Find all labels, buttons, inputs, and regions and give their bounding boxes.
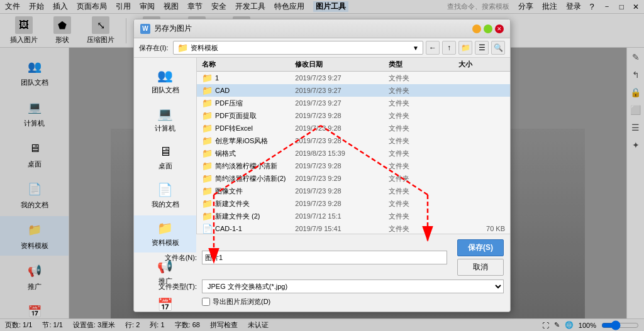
- file-icon: 📁: [202, 161, 213, 171]
- dialog-minimize-btn[interactable]: [472, 24, 481, 33]
- dialog-nav-desktop[interactable]: 🖥 桌面: [134, 139, 196, 176]
- save-cancel-btns: 保存(S) 取消: [457, 239, 504, 276]
- file-name: CAD-1-1: [215, 225, 242, 232]
- file-name-cell: 📁 1: [202, 73, 295, 83]
- file-list-area[interactable]: 名称 修改日期 类型 大小 📁 1 2019/7/23 9:27 文件夹 📁 C…: [197, 58, 510, 234]
- view-toggle-btn[interactable]: ☰: [475, 41, 489, 55]
- file-type: 文件夹: [389, 199, 458, 209]
- nav-desktop-label: 桌面: [158, 161, 172, 171]
- new-folder-btn[interactable]: 📁: [458, 41, 472, 55]
- dialog-nav-team[interactable]: 👥 团队文档: [134, 63, 196, 100]
- file-icon: 📁: [202, 198, 213, 209]
- file-name: 简约淡雅柠檬小清新: [215, 161, 277, 171]
- filename-label: 文件名(N):: [140, 253, 197, 263]
- file-icon: 📁: [202, 186, 213, 196]
- file-date: 2019/7/23 9:28: [295, 124, 388, 132]
- file-name-cell: 📁 PDF页面提取: [202, 111, 295, 121]
- file-type: 文件夹: [389, 161, 458, 171]
- file-icon: 📁: [202, 98, 213, 108]
- file-name: 简约淡雅柠檬小清新(2): [215, 174, 286, 183]
- dialog-nav-my-docs[interactable]: 📄 我的文档: [134, 177, 196, 214]
- save-button[interactable]: 保存(S): [457, 239, 504, 256]
- file-name-cell: 📁 新建文件夹: [202, 198, 295, 209]
- table-row[interactable]: 📁 创意苹果iOS风格 2019/7/23 9:28 文件夹: [197, 134, 510, 147]
- nav-my-docs-icon: 📄: [157, 182, 173, 197]
- file-size: 70 KB: [458, 225, 505, 232]
- file-date: 2019/7/23 9:27: [295, 74, 388, 82]
- export-browse-checkbox[interactable]: [202, 298, 210, 306]
- dialog-maximize-btn[interactable]: [484, 24, 492, 33]
- file-name: 新建文件夹: [215, 199, 250, 209]
- table-row[interactable]: 📁 新建文件夹 (2) 2019/7/12 15:1 文件夹: [197, 210, 510, 222]
- dialog-overlay: W 另存为图片 ✕ 保存在(I): 📁 资料模板 ▼ ← ↑ 📁 ☰ 🔍: [0, 0, 644, 331]
- nav-up-btn[interactable]: ↑: [442, 41, 456, 55]
- file-name: 图像文件: [215, 187, 243, 196]
- dialog-nav-templates[interactable]: 📁 资料模板: [134, 215, 196, 252]
- checkbox-label: 导出图片后浏览(D): [213, 297, 270, 307]
- dialog-nav-computer[interactable]: 💻 计算机: [134, 101, 196, 138]
- file-icon: 📁: [202, 123, 213, 133]
- dialog-title-icon: W: [140, 24, 150, 34]
- nav-my-docs-label: 我的文档: [152, 200, 179, 209]
- filename-input[interactable]: [202, 251, 447, 264]
- table-row[interactable]: 📄 CAD-1-1 2019/7/9 15:41 文件夹 70 KB: [197, 222, 510, 234]
- table-row[interactable]: 📁 图像文件 2019/7/23 9:28 文件夹: [197, 185, 510, 197]
- filetype-select[interactable]: JPEG 文件交换格式(*.jpg) PNG 文件(*.png) BMP 文件(…: [202, 279, 504, 293]
- folder-icon: 📁: [177, 43, 188, 53]
- table-row[interactable]: 📁 简约淡雅柠檬小清新(2) 2019/7/23 9:29 文件夹: [197, 172, 510, 185]
- file-icon: 📁: [202, 211, 213, 221]
- save-location-bar[interactable]: 📁 资料模板 ▼: [173, 41, 423, 55]
- file-name-cell: 📁 简约淡雅柠檬小清新: [202, 161, 295, 171]
- file-date: 2019/7/23 9:27: [295, 87, 388, 94]
- file-name-cell: 📁 CAD: [202, 85, 295, 95]
- dialog-close-btn[interactable]: ✕: [495, 24, 504, 33]
- nav-team-icon: 👥: [157, 68, 173, 83]
- dropdown-arrow[interactable]: ▼: [413, 45, 419, 52]
- save-dialog: W 另存为图片 ✕ 保存在(I): 📁 资料模板 ▼ ← ↑ 📁 ☰ 🔍: [133, 19, 511, 312]
- file-date: 2019/7/23 9:28: [295, 137, 388, 144]
- save-location-label: 保存在(I):: [139, 43, 168, 53]
- checkbox-row: 导出图片后浏览(D): [202, 297, 504, 307]
- file-type: 文件夹: [389, 99, 458, 108]
- file-name-cell: 📁 PDF转Excel: [202, 123, 295, 133]
- file-name: 锅格式: [215, 149, 236, 158]
- table-row[interactable]: 📁 1 2019/7/23 9:27 文件夹: [197, 72, 510, 84]
- table-row[interactable]: 📁 新建文件夹 2019/7/23 9:28 文件夹: [197, 197, 510, 210]
- file-name: CAD: [215, 87, 230, 94]
- dialog-nav-date[interactable]: 📅 20190725 ...: [134, 292, 196, 312]
- file-icon: 📁: [202, 111, 213, 121]
- file-date: 2019/7/23 9:28: [295, 200, 388, 207]
- file-list-header: 名称 修改日期 类型 大小: [197, 58, 510, 72]
- nav-back-btn[interactable]: ←: [426, 41, 440, 55]
- table-row[interactable]: 📁 锅格式 2019/8/23 15:39 文件夹: [197, 147, 510, 160]
- file-name-cell: 📁 新建文件夹 (2): [202, 211, 295, 221]
- search-btn[interactable]: 🔍: [491, 41, 505, 55]
- file-date: 2019/7/23 9:29: [295, 175, 388, 182]
- nav-computer-label: 计算机: [155, 124, 175, 133]
- table-row[interactable]: 📁 CAD 2019/7/23 9:27 文件夹: [197, 84, 510, 97]
- file-type: 文件夹: [389, 124, 458, 133]
- cancel-button[interactable]: 取消: [457, 259, 504, 276]
- file-name: 1: [215, 74, 219, 82]
- dialog-title-btns: ✕: [472, 24, 504, 33]
- dialog-body: 👥 团队文档 💻 计算机 🖥 桌面 📄 我的文档 📁 资料模板: [134, 58, 510, 234]
- table-row[interactable]: 📁 简约淡雅柠檬小清新 2019/7/23 9:28 文件夹: [197, 160, 510, 172]
- file-date: 2019/7/23 9:28: [295, 187, 388, 195]
- file-type: 文件夹: [389, 224, 458, 234]
- nav-computer-icon: 💻: [157, 106, 173, 121]
- dialog-title-text: 另存为图片: [154, 23, 469, 34]
- col-name: 名称: [202, 60, 295, 69]
- nav-desktop-icon: 🖥: [159, 144, 172, 159]
- table-row[interactable]: 📁 PDF压缩 2019/7/23 9:27 文件夹: [197, 97, 510, 109]
- file-list: 📁 1 2019/7/23 9:27 文件夹 📁 CAD 2019/7/23 9…: [197, 72, 510, 234]
- file-date: 2019/7/23 9:27: [295, 99, 388, 107]
- file-name: PDF页面提取: [215, 111, 257, 121]
- file-type: 文件夹: [389, 174, 458, 183]
- file-type: 文件夹: [389, 212, 458, 221]
- table-row[interactable]: 📁 PDF转Excel 2019/7/23 9:28 文件夹: [197, 122, 510, 134]
- nav-date-icon: 📅: [157, 297, 173, 312]
- table-row[interactable]: 📁 PDF页面提取 2019/7/23 9:28 文件夹: [197, 109, 510, 122]
- file-icon: 📁: [202, 85, 213, 95]
- file-icon: 📁: [202, 148, 213, 158]
- file-icon: 📄: [202, 224, 213, 234]
